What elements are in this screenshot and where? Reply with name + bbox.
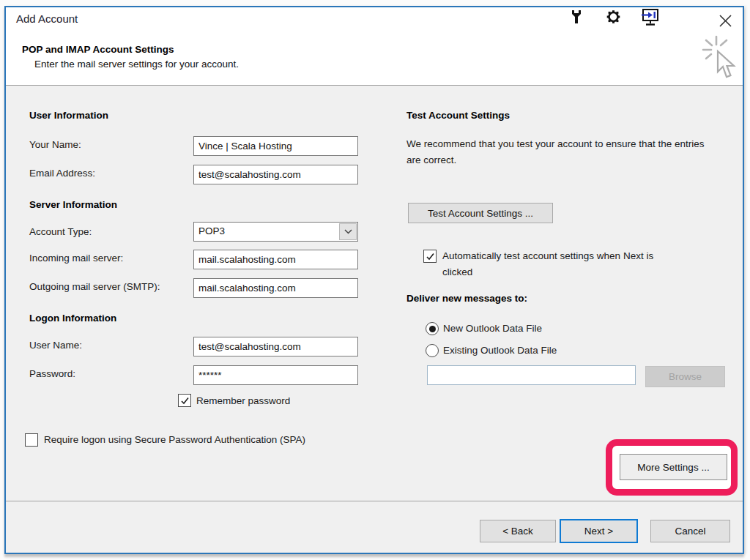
wrench-icon[interactable] [568, 8, 584, 26]
radio-existing-label: Existing Outlook Data File [443, 345, 557, 356]
test-account-settings-description: We recommend that you test your account … [406, 136, 714, 168]
dropdown-button[interactable] [339, 223, 357, 240]
next-button[interactable]: Next > [560, 519, 638, 543]
more-settings-button[interactable]: More Settings ... [620, 454, 727, 480]
username-label: User Name: [29, 340, 82, 351]
username-input[interactable] [193, 337, 358, 356]
gear-icon[interactable] [605, 8, 621, 26]
remember-password-checkbox[interactable] [178, 394, 191, 407]
logon-information-heading: Logon Information [29, 313, 116, 324]
remote-desktop-icon-glyph [641, 7, 660, 27]
add-account-dialog: Add Account [0, 0, 750, 560]
account-type-value: POP3 [198, 225, 225, 236]
auto-test-label: Automatically test account settings when… [442, 248, 684, 280]
gear-icon-glyph [606, 9, 621, 25]
deliver-heading: Deliver new messages to: [406, 293, 527, 304]
page-heading: POP and IMAP Account Settings [22, 44, 174, 55]
back-button[interactable]: < Back [480, 520, 556, 542]
account-type-label: Account Type: [29, 226, 92, 237]
test-account-settings-button[interactable]: Test Account Settings ... [408, 203, 553, 223]
sparkle-cursor-icon [702, 35, 743, 81]
radio-existing-outlook-data-file[interactable] [426, 344, 439, 357]
data-file-path-input[interactable] [427, 365, 636, 385]
password-input[interactable] [193, 365, 358, 385]
radio-new-label: New Outlook Data File [443, 323, 542, 334]
email-address-input[interactable] [193, 165, 358, 184]
remember-password-label: Remember password [196, 395, 290, 406]
password-label: Password: [29, 368, 75, 379]
account-type-dropdown[interactable]: POP3 [193, 222, 358, 242]
close-icon[interactable] [716, 12, 734, 29]
footer-separator [6, 501, 743, 501]
your-name-input[interactable] [193, 136, 358, 156]
email-address-label: Email Address: [29, 168, 95, 179]
auto-test-checkbox[interactable] [423, 250, 437, 263]
radio-new-outlook-data-file[interactable] [426, 322, 439, 335]
dialog-title: Add Account [16, 12, 78, 25]
wrench-icon-glyph [570, 10, 583, 24]
test-account-settings-heading: Test Account Settings [406, 110, 510, 121]
spa-label: Require logon using Secure Password Auth… [44, 434, 305, 445]
checkmark-icon [180, 396, 190, 406]
spa-checkbox[interactable] [25, 433, 38, 447]
browse-button: Browse [645, 366, 725, 387]
page-subheading: Enter the mail server settings for your … [34, 59, 239, 70]
chevron-down-icon [344, 229, 352, 234]
incoming-server-input[interactable] [193, 250, 358, 269]
remote-desktop-icon[interactable] [640, 7, 661, 27]
user-information-heading: User Information [29, 110, 108, 121]
server-information-heading: Server Information [29, 199, 117, 210]
outgoing-server-label: Outgoing mail server (SMTP): [29, 281, 160, 292]
outgoing-server-input[interactable] [193, 278, 358, 298]
incoming-server-label: Incoming mail server: [29, 253, 123, 264]
your-name-label: Your Name: [29, 139, 81, 150]
cancel-button[interactable]: Cancel [650, 520, 730, 542]
checkmark-icon [426, 252, 435, 261]
radio-dot [429, 326, 436, 332]
close-icon-glyph [719, 14, 732, 28]
